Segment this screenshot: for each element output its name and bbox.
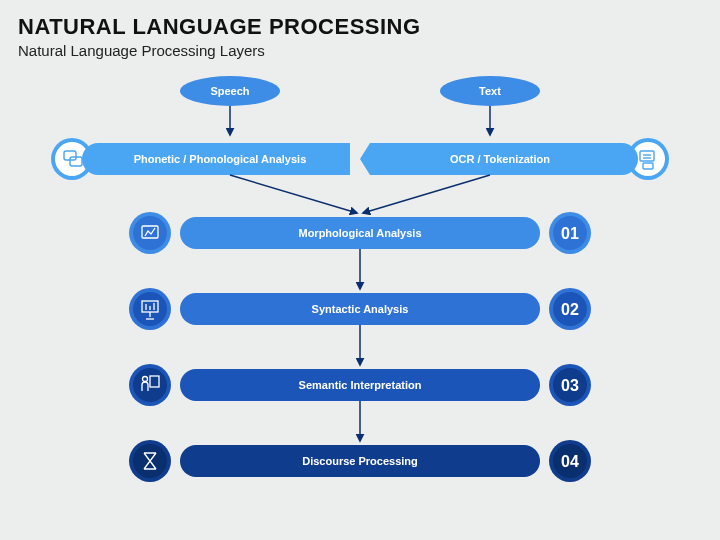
label-syntactic: Syntactic Analysis xyxy=(312,303,409,315)
label-semantic: Semantic Interpretation xyxy=(299,379,422,391)
stage-semantic: Semantic Interpretation 03 xyxy=(129,364,591,406)
num-01: 01 xyxy=(561,225,579,242)
input-text: Text xyxy=(440,76,540,106)
num-03: 03 xyxy=(561,377,579,394)
nlp-layers-diagram: Speech Text Phonetic / Phonological Anal… xyxy=(20,73,700,540)
svg-line-16 xyxy=(230,175,357,213)
page-title: NATURAL LANGUAGE PROCESSING xyxy=(0,0,720,42)
num-02: 02 xyxy=(561,301,579,318)
input-speech: Speech xyxy=(180,76,280,106)
label-morphological: Morphological Analysis xyxy=(298,227,421,239)
num-04: 04 xyxy=(561,453,579,470)
row-phonetic-ocr: Phonetic / Phonological Analysis OCR / T… xyxy=(51,138,669,180)
stage-syntactic: Syntactic Analysis 02 xyxy=(129,288,591,330)
page-subtitle: Natural Language Processing Layers xyxy=(0,42,720,73)
svg-text:Text: Text xyxy=(479,85,501,97)
svg-line-17 xyxy=(363,175,490,213)
label-discourse: Discourse Processing xyxy=(302,455,418,467)
stage-morphological: Morphological Analysis 01 xyxy=(129,212,591,254)
svg-text:Speech: Speech xyxy=(210,85,249,97)
stage-discourse: Discourse Processing 04 xyxy=(129,440,591,482)
label-ocr: OCR / Tokenization xyxy=(450,153,550,165)
label-phonetic: Phonetic / Phonological Analysis xyxy=(134,153,307,165)
